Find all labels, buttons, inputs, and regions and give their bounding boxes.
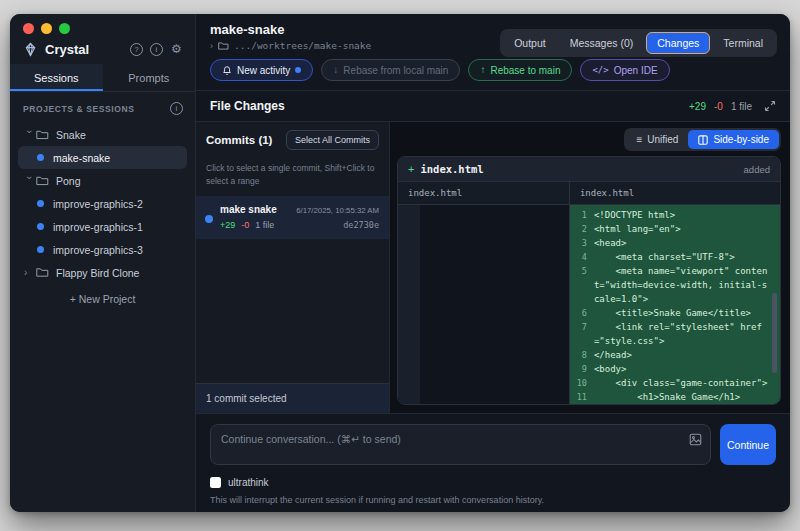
commits-panel: Commits (1) Select All Commits Click to … bbox=[196, 122, 390, 413]
line-number: 6 bbox=[570, 306, 594, 320]
ultrathink-checkbox[interactable] bbox=[210, 477, 221, 488]
code-line: <head> bbox=[594, 236, 780, 250]
diff-column-headers: index.html index.html bbox=[398, 182, 780, 205]
commits-header: Commits (1) Select All Commits bbox=[196, 122, 389, 158]
rebase-to-main-button[interactable]: ↑ Rebase to main bbox=[468, 59, 572, 81]
diff-left-gutter bbox=[398, 205, 420, 404]
session-header: make-snake › .../worktrees/make-snake Ne… bbox=[196, 14, 790, 91]
deletions-count: -0 bbox=[714, 101, 723, 112]
folder-closed-icon bbox=[36, 267, 49, 278]
projects-section-label: PROJECTS & SESSIONS bbox=[23, 104, 170, 114]
tab-messages[interactable]: Messages (0) bbox=[559, 32, 645, 54]
app-header: Crystal ? i ⚙ bbox=[10, 38, 195, 64]
code-line: <link rel="stylesheet" href="style.css"> bbox=[594, 320, 780, 348]
line-number: 8 bbox=[570, 348, 594, 362]
commits-title: Commits (1) bbox=[206, 134, 272, 146]
session-label: make-snake bbox=[53, 152, 110, 164]
project-item-snake[interactable]: › Snake bbox=[18, 123, 187, 146]
side-by-side-icon bbox=[698, 135, 708, 145]
open-ide-button[interactable]: </> Open IDE bbox=[580, 59, 669, 81]
tab-terminal[interactable]: Terminal bbox=[712, 32, 774, 54]
section-info-icon[interactable]: i bbox=[170, 102, 183, 115]
project-item-pong[interactable]: › Pong bbox=[18, 169, 187, 192]
rebase-from-main-button[interactable]: ↓ Rebase from local main bbox=[321, 59, 460, 81]
project-label: Flappy Bird Clone bbox=[56, 267, 139, 279]
file-changes-stats: +29 -0 1 file bbox=[689, 100, 776, 112]
diff-file-status: added bbox=[744, 164, 770, 175]
view-tab-bar: Output Messages (0) Changes Terminal bbox=[500, 29, 777, 57]
new-project-button[interactable]: + New Project bbox=[18, 287, 187, 310]
code-line: <body> bbox=[594, 362, 780, 376]
info-circle-icon[interactable]: i bbox=[150, 43, 163, 56]
session-label: improve-graphics-1 bbox=[53, 221, 143, 233]
attach-image-icon[interactable] bbox=[689, 433, 702, 446]
code-line: <meta charset="UTF-8"> bbox=[594, 250, 780, 264]
projects-section-header: PROJECTS & SESSIONS i bbox=[10, 92, 195, 121]
main-panel: make-snake › .../worktrees/make-snake Ne… bbox=[196, 14, 790, 512]
commits-helper-text: Click to select a single commit, Shift+C… bbox=[196, 158, 389, 196]
commit-deletions: -0 bbox=[241, 220, 249, 230]
commit-additions: +29 bbox=[220, 220, 235, 230]
files-count: 1 file bbox=[731, 101, 752, 112]
unified-view-button[interactable]: ≡ Unified bbox=[626, 130, 688, 149]
session-item-improve-graphics-3[interactable]: improve-graphics-3 bbox=[18, 238, 187, 261]
select-all-commits-button[interactable]: Select All Commits bbox=[286, 130, 379, 150]
commit-row[interactable]: make snake 6/17/2025, 10:55:32 AM +29 -0… bbox=[196, 196, 389, 239]
side-by-side-label: Side-by-side bbox=[713, 134, 769, 145]
session-item-make-snake[interactable]: make-snake bbox=[18, 146, 187, 169]
bell-icon bbox=[222, 65, 232, 76]
arrow-up-icon: ↑ bbox=[480, 65, 485, 75]
worktree-path: .../worktrees/make-snake bbox=[234, 40, 371, 51]
commit-hash: de2730e bbox=[343, 220, 379, 230]
file-changes-bar: File Changes +29 -0 1 file bbox=[196, 91, 790, 122]
project-label: Snake bbox=[56, 129, 86, 141]
interrupt-warning-text: This will interrupt the current session … bbox=[210, 495, 776, 505]
close-window-button[interactable] bbox=[23, 23, 34, 34]
session-item-improve-graphics-2[interactable]: improve-graphics-2 bbox=[18, 192, 187, 215]
expand-icon[interactable] bbox=[764, 100, 776, 112]
line-number: 7 bbox=[570, 320, 594, 334]
diff-file-header[interactable]: + index.html added bbox=[398, 157, 780, 182]
side-by-side-view-button[interactable]: Side-by-side bbox=[688, 130, 779, 149]
tab-prompts[interactable]: Prompts bbox=[103, 64, 196, 91]
code-line: <!DOCTYPE html> bbox=[594, 208, 780, 222]
session-status-dot bbox=[37, 154, 44, 161]
diff-body: 1<!DOCTYPE html> 2<html lang="en"> 3<hea… bbox=[398, 205, 780, 404]
code-line: <meta name="viewport" content="width=dev… bbox=[594, 264, 780, 306]
diff-left-column-header: index.html bbox=[398, 182, 570, 204]
diff-file-card: + index.html added index.html index.html bbox=[397, 156, 781, 405]
window-controls bbox=[10, 14, 195, 38]
diff-scrollbar-thumb[interactable] bbox=[772, 293, 777, 373]
session-item-improve-graphics-1[interactable]: improve-graphics-1 bbox=[18, 215, 187, 238]
commit-status-dot bbox=[205, 215, 213, 223]
chevron-down-icon: › bbox=[24, 176, 35, 187]
line-number: 3 bbox=[570, 236, 594, 250]
commit-details: make snake 6/17/2025, 10:55:32 AM +29 -0… bbox=[220, 204, 379, 230]
project-item-flappy-bird-clone[interactable]: › Flappy Bird Clone bbox=[18, 261, 187, 284]
line-number: 5 bbox=[570, 264, 594, 278]
zoom-window-button[interactable] bbox=[59, 23, 70, 34]
unified-icon: ≡ bbox=[636, 135, 642, 145]
project-label: Pong bbox=[56, 175, 81, 187]
crystal-logo-icon bbox=[23, 42, 38, 57]
settings-gear-icon[interactable]: ⚙ bbox=[170, 43, 183, 56]
new-activity-label: New activity bbox=[237, 65, 290, 76]
tab-sessions[interactable]: Sessions bbox=[10, 64, 103, 91]
line-number: 1 bbox=[570, 208, 594, 222]
continue-button[interactable]: Continue bbox=[720, 424, 776, 465]
code-line: </head> bbox=[594, 348, 780, 362]
app-window: Crystal ? i ⚙ Sessions Prompts PROJECTS … bbox=[10, 14, 790, 512]
tab-output[interactable]: Output bbox=[503, 32, 557, 54]
code-line: <h1>Snake Game</h1> bbox=[594, 390, 780, 404]
app-title: Crystal bbox=[45, 42, 130, 57]
diff-viewer: ≡ Unified Side-by-side + index.html adde… bbox=[390, 122, 790, 413]
folder-open-icon bbox=[36, 129, 49, 140]
file-changes-title: File Changes bbox=[210, 99, 689, 113]
help-circle-icon[interactable]: ? bbox=[130, 43, 143, 56]
session-status-dot bbox=[37, 223, 44, 230]
tab-changes[interactable]: Changes bbox=[646, 32, 710, 54]
conversation-input[interactable] bbox=[210, 424, 711, 465]
minimize-window-button[interactable] bbox=[41, 23, 52, 34]
new-project-label: + New Project bbox=[70, 293, 136, 305]
new-activity-button[interactable]: New activity bbox=[210, 59, 313, 81]
